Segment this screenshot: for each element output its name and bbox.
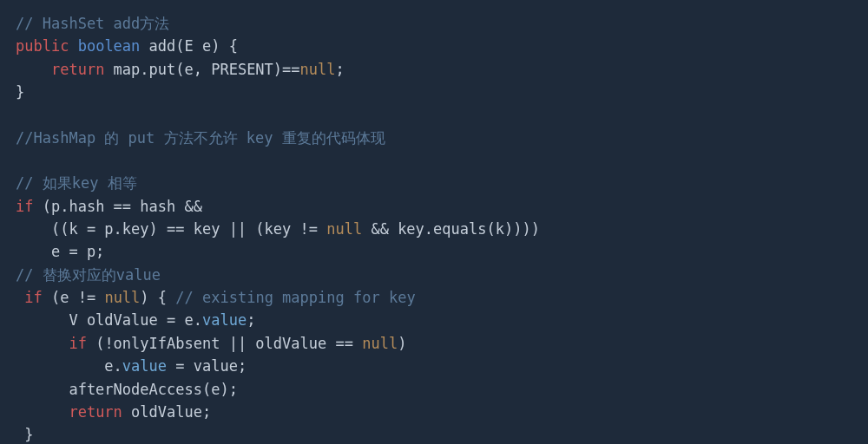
prop-value: value (122, 357, 167, 375)
null-literal: null (362, 335, 398, 352)
indent (16, 289, 24, 306)
keyword-return: return (51, 61, 104, 78)
keyword-public: public (16, 37, 69, 55)
semicolon: ; (247, 311, 255, 329)
semicolon: ; (336, 61, 345, 78)
if-cond-line1: (p.hash == hash && (33, 198, 201, 215)
assign-value-pre: e. (16, 357, 122, 375)
comment-hashset-add: // HashSet add方法 (16, 15, 169, 32)
keyword-return: return (69, 403, 122, 421)
close-brace: } (16, 426, 33, 443)
if3-cond-b: ) (398, 335, 406, 352)
return-oldvalue: oldValue; (122, 403, 211, 421)
assign-value-post: = value; (167, 357, 247, 375)
fn-add-sig: add(E e) { (140, 37, 238, 55)
if2-cond-b: ) { (140, 289, 175, 306)
close-brace: } (16, 83, 24, 101)
null-literal: null (326, 220, 362, 238)
oldvalue-decl: V oldValue = e. (16, 311, 202, 329)
null-literal: null (300, 61, 336, 78)
comment-key-equals: // 如果key 相等 (16, 174, 137, 192)
comment-existing-mapping: // existing mapping for key (175, 289, 415, 306)
if3-cond-a: (!onlyIfAbsent || oldValue == (87, 335, 362, 352)
comment-hashmap-put: //HashMap 的 put 方法不允许 key 重复的代码体现 (16, 129, 385, 147)
indent (16, 403, 69, 421)
return-body: map.put(e, PRESENT)== (104, 61, 299, 78)
keyword-boolean: boolean (78, 37, 141, 55)
null-literal: null (104, 289, 140, 306)
keyword-if: if (24, 289, 42, 306)
comment-replace-value: // 替换对应的value (16, 266, 161, 284)
keyword-if: if (16, 198, 33, 215)
keyword-if: if (69, 335, 86, 352)
after-node-access: afterNodeAccess(e); (16, 381, 238, 398)
assign-e-p: e = p; (16, 243, 104, 260)
if-cond-line2a: ((k = p.key) == key || (key != (16, 220, 326, 238)
if2-cond-a: (e != (43, 289, 105, 306)
code-block: // HashSet add方法 public boolean add(E e)… (16, 12, 852, 444)
prop-value: value (202, 311, 247, 329)
if-cond-line2b: && key.equals(k)))) (362, 220, 540, 238)
indent (16, 335, 69, 352)
